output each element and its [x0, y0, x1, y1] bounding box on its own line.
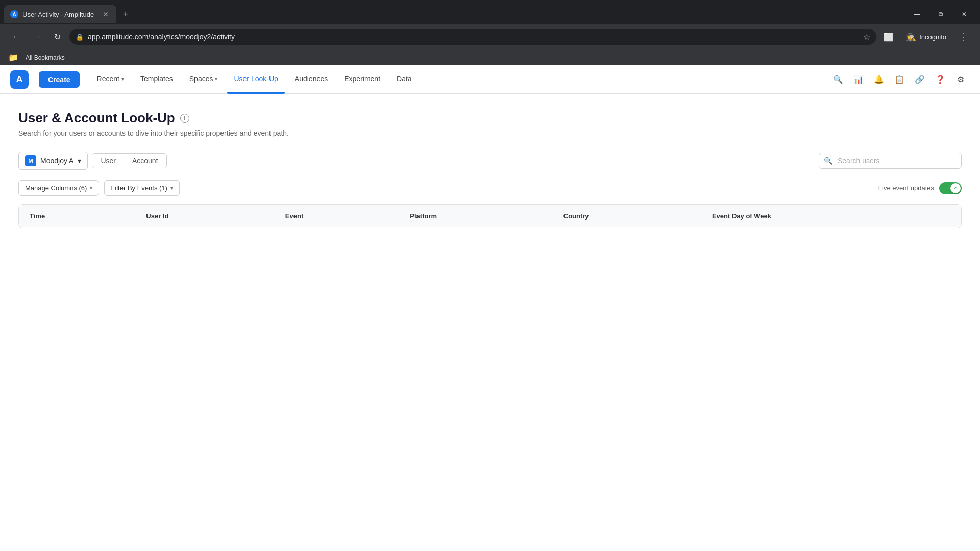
amplitude-logo[interactable]: A	[10, 70, 29, 89]
org-avatar: M	[25, 155, 36, 166]
help-icon-button[interactable]: ❓	[931, 70, 949, 89]
org-selector[interactable]: M Moodjoy A ▾	[18, 152, 88, 170]
col-event-day[interactable]: Event Day of Week	[702, 205, 961, 228]
search-users-wrapper: 🔍	[819, 153, 962, 169]
search-icon: 🔍	[824, 157, 832, 165]
nav-item-data[interactable]: Data	[389, 65, 419, 94]
refresh-button[interactable]: ↻	[49, 29, 65, 45]
manage-columns-chevron-icon: ▾	[90, 185, 92, 191]
col-country[interactable]: Country	[553, 205, 702, 228]
extensions-button[interactable]: ⬜	[880, 29, 897, 45]
tab-title: User Activity - Amplitude	[22, 11, 97, 18]
bookmarks-folder-icon: 📁	[8, 53, 18, 62]
manage-columns-label: Manage Columns (6)	[25, 184, 87, 192]
incognito-badge: 🕵 Incognito	[901, 30, 951, 44]
url-text: app.amplitude.com/analytics/moodjoy2/act…	[88, 33, 859, 41]
tab-account[interactable]: Account	[124, 154, 166, 168]
incognito-icon: 🕵	[906, 32, 916, 42]
page-title: User & Account Look-Up i	[18, 110, 962, 126]
incognito-label: Incognito	[919, 33, 946, 41]
back-button[interactable]: ←	[8, 29, 24, 45]
tab-close-button[interactable]: ✕	[101, 10, 110, 19]
nav-item-templates[interactable]: Templates	[133, 65, 180, 94]
main-nav: Recent ▾ Templates Spaces ▾ User Look-Up…	[90, 65, 819, 94]
col-event[interactable]: Event	[275, 205, 400, 228]
filter-events-button[interactable]: Filter By Events (1) ▾	[104, 180, 180, 196]
tab-user[interactable]: User	[92, 154, 124, 168]
forward-button[interactable]: →	[29, 29, 45, 45]
chevron-down-icon: ▾	[121, 76, 124, 82]
link-icon-button[interactable]: 🔗	[911, 70, 929, 89]
nav-item-recent[interactable]: Recent ▾	[90, 65, 131, 94]
nav-item-audiences[interactable]: Audiences	[287, 65, 335, 94]
search-users-input[interactable]	[819, 153, 962, 169]
manage-columns-button[interactable]: Manage Columns (6) ▾	[18, 180, 99, 196]
col-time[interactable]: Time	[19, 205, 136, 228]
star-icon[interactable]: ☆	[863, 32, 870, 42]
org-chevron-icon: ▾	[78, 157, 81, 165]
user-account-switcher: User Account	[92, 153, 166, 168]
create-button[interactable]: Create	[39, 71, 80, 88]
nav-item-user-lookup[interactable]: User Look-Up	[227, 65, 285, 94]
col-platform[interactable]: Platform	[400, 205, 553, 228]
tab-favicon: A	[10, 10, 18, 18]
nav-item-experiment[interactable]: Experiment	[337, 65, 387, 94]
page-subtitle: Search for your users or accounts to div…	[18, 129, 962, 137]
toggle-knob: ✓	[950, 183, 961, 193]
active-tab[interactable]: A User Activity - Amplitude ✕	[4, 5, 116, 23]
minimize-button[interactable]: —	[905, 5, 929, 23]
address-bar-icons: ☆	[863, 32, 870, 42]
info-icon[interactable]: i	[180, 114, 189, 123]
restore-button[interactable]: ⧉	[929, 5, 952, 23]
notifications-icon-button[interactable]: 🔔	[870, 70, 888, 89]
address-bar[interactable]: 🔒 app.amplitude.com/analytics/moodjoy2/a…	[69, 29, 876, 45]
bookmarks-all[interactable]: All Bookmarks	[22, 52, 68, 63]
filter-events-chevron-icon: ▾	[170, 185, 173, 191]
search-icon-button[interactable]: 🔍	[829, 70, 847, 89]
chevron-down-icon: ▾	[215, 76, 217, 82]
lock-icon: 🔒	[76, 33, 84, 41]
org-name: Moodjoy A	[40, 157, 74, 165]
data-table-wrapper: Time User Id Event Platform Country Even…	[18, 204, 962, 228]
data-table: Time User Id Event Platform Country Even…	[19, 205, 961, 228]
menu-button[interactable]: ⋮	[955, 29, 972, 45]
new-tab-button[interactable]: +	[118, 7, 133, 21]
col-user-id[interactable]: User Id	[136, 205, 275, 228]
filter-events-label: Filter By Events (1)	[111, 184, 167, 192]
settings-icon-button[interactable]: ⚙	[951, 70, 970, 89]
close-button[interactable]: ✕	[952, 5, 976, 23]
table-header-row: Time User Id Event Platform Country Even…	[19, 205, 961, 228]
live-updates-label: Live event updates	[878, 184, 934, 192]
clipboard-icon-button[interactable]: 📋	[890, 70, 909, 89]
analytics-icon-button[interactable]: 📊	[849, 70, 868, 89]
live-updates-toggle[interactable]: ✓	[939, 182, 962, 194]
nav-item-spaces[interactable]: Spaces ▾	[182, 65, 225, 94]
